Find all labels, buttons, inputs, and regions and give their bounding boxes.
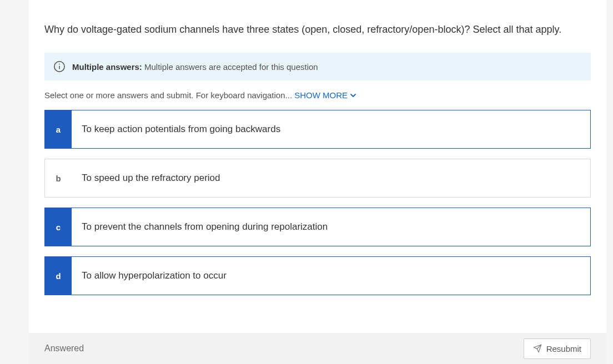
question-text: Why do voltage-gated sodium channels hav… — [44, 22, 591, 37]
question-footer: Answered Resubmit — [29, 333, 606, 364]
answer-letter: a — [45, 110, 72, 148]
resubmit-button[interactable]: Resubmit — [524, 338, 591, 359]
show-more-label: SHOW MORE — [294, 90, 348, 100]
answer-letter: d — [45, 257, 72, 295]
paper-plane-icon — [533, 344, 542, 353]
show-more-link[interactable]: SHOW MORE — [294, 90, 356, 100]
info-banner-bold: Multiple answers: — [72, 62, 142, 72]
answer-option-c[interactable]: cTo prevent the channels from opening du… — [44, 208, 591, 246]
resubmit-label: Resubmit — [546, 344, 581, 353]
answer-text: To keep action potentials from going bac… — [72, 110, 290, 148]
answer-text: To speed up the refractory period — [72, 159, 230, 197]
answer-letter: b — [45, 159, 72, 197]
answer-letter: c — [45, 208, 72, 246]
answer-option-a[interactable]: aTo keep action potentials from going ba… — [44, 110, 591, 149]
answers-list: aTo keep action potentials from going ba… — [44, 110, 591, 295]
info-banner-text: Multiple answers: Multiple answers are a… — [72, 62, 318, 72]
status-text: Answered — [44, 343, 84, 353]
answer-text: To prevent the channels from opening dur… — [72, 208, 338, 246]
instruction-row: Select one or more answers and submit. F… — [44, 90, 591, 100]
answer-option-d[interactable]: dTo allow hyperpolarization to occur — [44, 256, 591, 295]
info-banner-rest: Multiple answers are accepted for this q… — [144, 62, 318, 72]
info-icon — [53, 60, 66, 73]
answer-text: To allow hyperpolarization to occur — [72, 257, 237, 295]
info-banner: Multiple answers: Multiple answers are a… — [44, 53, 591, 80]
chevron-down-icon — [350, 92, 356, 99]
instruction-lead: Select one or more answers and submit. F… — [44, 90, 292, 100]
answer-option-b[interactable]: bTo speed up the refractory period — [44, 159, 591, 198]
question-card: Why do voltage-gated sodium channels hav… — [29, 0, 606, 333]
svg-point-2 — [59, 64, 60, 65]
